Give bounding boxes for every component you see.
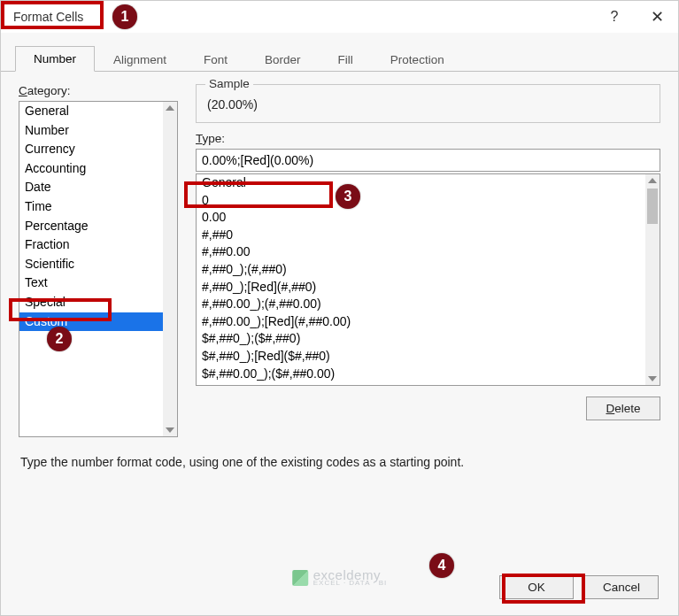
tab-alignment[interactable]: Alignment	[95, 47, 185, 72]
type-list[interactable]: General 0 0.00 #,##0 #,##0.00 #,##0_);(#…	[196, 173, 660, 386]
sample-value: (20.00%)	[207, 94, 649, 112]
category-item-number[interactable]: Number	[19, 121, 163, 141]
type-scrollbar[interactable]	[645, 174, 660, 385]
category-item-time[interactable]: Time	[19, 197, 163, 217]
dialog-footer: OK Cancel	[499, 575, 659, 599]
type-label: TType:ype:	[196, 132, 660, 145]
delete-button[interactable]: DDeleteelete	[586, 397, 660, 420]
type-item[interactable]: #,##0.00	[197, 243, 645, 261]
watermark: exceldemy EXCEL · DATA · BI	[292, 568, 388, 587]
category-item-accounting[interactable]: Accounting	[19, 159, 163, 179]
scroll-thumb[interactable]	[647, 189, 658, 224]
type-item[interactable]: #,##0	[197, 227, 645, 244]
category-label: CCategory:ategory:	[19, 84, 178, 97]
type-item[interactable]: $#,##0_);[Red]($#,##0)	[197, 348, 645, 366]
category-item-custom[interactable]: Custom	[19, 312, 163, 332]
type-item[interactable]: #,##0_);[Red](#,##0)	[197, 279, 645, 296]
right-column: Sample (20.00%) TType:ype: General 0 0.0…	[196, 84, 660, 437]
type-item[interactable]: #,##0.00_);[Red](#,##0.00)	[197, 313, 645, 331]
category-item-special[interactable]: Special	[19, 293, 163, 312]
format-hint: Type the number format code, using one o…	[1, 446, 678, 478]
watermark-sub: EXCEL · DATA · BI	[313, 580, 388, 587]
category-item-currency[interactable]: Currency	[19, 140, 163, 159]
help-button[interactable]: ?	[593, 1, 636, 33]
type-item[interactable]: #,##0.00_);(#,##0.00)	[197, 296, 645, 313]
close-button[interactable]: ✕	[636, 1, 678, 33]
type-item[interactable]: $#,##0.00_);($#,##0.00)	[197, 366, 645, 383]
annotation-badge-4: 4	[429, 553, 454, 578]
category-item-fraction[interactable]: Fraction	[19, 235, 163, 255]
dialog-title: Format Cells	[8, 7, 89, 27]
sample-group: Sample (20.00%)	[196, 84, 660, 123]
tab-fill[interactable]: Fill	[320, 47, 372, 72]
category-scrollbar[interactable]	[163, 102, 177, 436]
tab-border[interactable]: Border	[246, 47, 320, 72]
category-item-text[interactable]: Text	[19, 273, 163, 293]
category-item-percentage[interactable]: Percentage	[19, 217, 163, 236]
format-cells-dialog: Format Cells ? ✕ Number Alignment Font B…	[0, 0, 679, 616]
watermark-brand: exceldemy	[313, 568, 381, 581]
titlebar: Format Cells ? ✕	[1, 1, 678, 33]
type-input[interactable]	[196, 149, 660, 172]
category-item-general[interactable]: General	[19, 102, 163, 121]
category-item-scientific[interactable]: Scientific	[19, 255, 163, 274]
tab-protection[interactable]: Protection	[372, 47, 463, 72]
category-column: CCategory:ategory: General Number Curren…	[19, 84, 178, 437]
tab-number[interactable]: Number	[15, 46, 95, 72]
below-list-row: DDeleteelete	[196, 397, 660, 420]
category-list[interactable]: General Number Currency Accounting Date …	[19, 101, 178, 437]
cancel-button[interactable]: Cancel	[584, 575, 659, 599]
number-tab-body: CCategory:ategory: General Number Curren…	[1, 72, 678, 446]
type-item[interactable]: #,##0_);(#,##0)	[197, 261, 645, 279]
category-item-date[interactable]: Date	[19, 178, 163, 197]
type-item[interactable]: 0	[197, 192, 645, 210]
watermark-logo-icon	[292, 570, 308, 586]
type-item[interactable]: General	[197, 174, 645, 192]
close-icon: ✕	[651, 7, 664, 27]
type-item[interactable]: 0.00	[197, 209, 645, 227]
type-item[interactable]: $#,##0_);($#,##0)	[197, 330, 645, 348]
tab-font[interactable]: Font	[185, 47, 246, 72]
help-icon: ?	[611, 9, 619, 25]
sample-label: Sample	[205, 77, 253, 90]
ok-button[interactable]: OK	[499, 575, 574, 599]
tabstrip: Number Alignment Font Border Fill Protec…	[1, 33, 678, 72]
